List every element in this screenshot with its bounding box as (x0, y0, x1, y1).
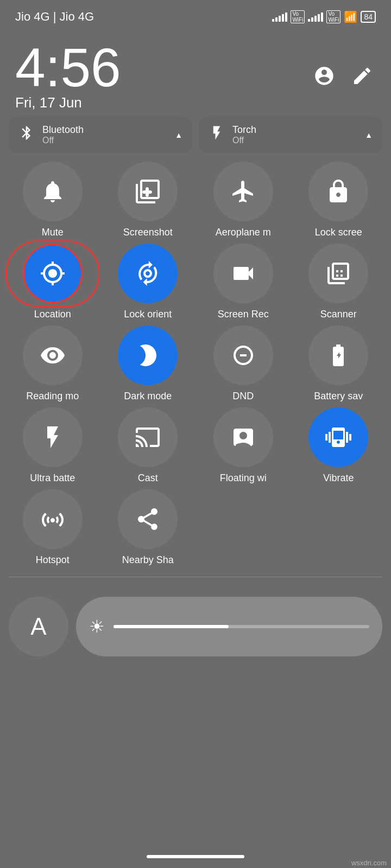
tile-screenshot[interactable]: Screenshot (104, 162, 192, 238)
location-label: Location (34, 309, 71, 320)
bluetooth-arrow: ▲ (175, 131, 182, 139)
status-icons: VoWiFi VoWiFi 📶 84 (272, 10, 376, 23)
vibrate-label: Vibrate (323, 473, 354, 484)
tile-readingmode[interactable]: Reading mo (9, 326, 97, 402)
screenrec-icon-circle (213, 244, 273, 303)
screenrec-label: Screen Rec (218, 309, 269, 320)
cast-icon-circle (118, 407, 178, 467)
aeroplane-icon-circle (213, 162, 273, 221)
tiles-row-3: Reading mo Dark mode DND Battery sav (0, 326, 391, 402)
signal-icon-1 (272, 12, 287, 22)
carrier-text: Jio 4G | Jio 4G (15, 10, 94, 24)
torch-icon (209, 125, 225, 145)
batterysav-icon-circle (308, 326, 368, 385)
tiles-row-5: Hotspot Nearby Sha (0, 489, 391, 566)
torch-info: Torch Off (232, 124, 357, 145)
mute-label: Mute (42, 227, 64, 238)
status-bar: Jio 4G | Jio 4G VoWiFi VoWiFi 📶 84 (0, 0, 391, 29)
nearbysha-label: Nearby Sha (122, 554, 174, 566)
brightness-fill (113, 625, 229, 628)
bluetooth-info: Bluetooth Off (42, 124, 167, 145)
ultrabatte-icon-circle (23, 407, 83, 467)
tile-floatingwi[interactable]: Floating wi (199, 407, 287, 484)
vibrate-icon-circle (308, 407, 368, 467)
vo-wifi-label-1: VoWiFi (291, 10, 305, 23)
tile-aeroplane[interactable]: Aeroplane m (199, 162, 287, 238)
mute-icon-circle (23, 162, 83, 221)
bottom-controls: A ☀ (0, 588, 391, 656)
watermark: wsxdn.com (351, 859, 387, 867)
wifi-icon: 📶 (344, 10, 357, 23)
floatingwi-icon-circle (213, 407, 273, 467)
lockscreen-icon-circle (308, 162, 368, 221)
nearbysha-icon-circle (118, 489, 178, 549)
dnd-icon-circle (213, 326, 273, 385)
hotspot-icon-circle (23, 489, 83, 549)
ultrabatte-label: Ultra batte (30, 473, 75, 484)
scanner-icon-circle (308, 244, 368, 303)
tile-cast[interactable]: Cast (104, 407, 192, 484)
lockorient-label: Lock orient (124, 309, 172, 320)
battery-level: 84 (364, 12, 373, 21)
bluetooth-tile[interactable]: Bluetooth Off ▲ (9, 117, 192, 153)
tiles-row-4: Ultra batte Cast Floating wi Vibrate (0, 407, 391, 484)
tile-hotspot[interactable]: Hotspot (9, 489, 97, 566)
screenshot-icon-circle (118, 162, 178, 221)
settings-icon[interactable] (311, 62, 338, 90)
batterysav-label: Battery sav (314, 391, 363, 402)
floatingwi-label: Floating wi (220, 473, 267, 484)
darkmode-icon-circle (118, 326, 178, 385)
readingmode-label: Reading mo (26, 391, 79, 402)
vo-wifi-label-2: VoWiFi (326, 10, 340, 23)
bluetooth-icon (18, 125, 35, 145)
clock-area: 4:56 Fri, 17 Jun (0, 29, 391, 117)
tile-vibrate[interactable]: Vibrate (295, 407, 383, 484)
tiles-row-1: Mute Screenshot Aeroplane m Lock scree (0, 162, 391, 238)
font-size-label: A (30, 613, 46, 640)
tile-nearbysha[interactable]: Nearby Sha (104, 489, 192, 566)
torch-tile[interactable]: Torch Off ▲ (199, 117, 382, 153)
aeroplane-label: Aeroplane m (216, 227, 271, 238)
tile-batterysav[interactable]: Battery sav (295, 326, 383, 402)
cast-label: Cast (138, 473, 158, 484)
location-icon-circle (23, 244, 83, 303)
lockorient-icon-circle (118, 244, 178, 303)
top-tiles-row: Bluetooth Off ▲ Torch Off ▲ (0, 117, 391, 153)
clock-action-icons (311, 62, 376, 90)
tile-scanner[interactable]: Scanner (295, 244, 383, 320)
tile-location[interactable]: Location (9, 244, 97, 320)
brightness-track[interactable] (113, 625, 369, 628)
edit-icon[interactable] (349, 62, 376, 90)
tile-dnd[interactable]: DND (199, 326, 287, 402)
tile-ultrabatte[interactable]: Ultra batte (9, 407, 97, 484)
darkmode-label: Dark mode (124, 391, 172, 402)
tile-mute[interactable]: Mute (9, 162, 97, 238)
hotspot-label: Hotspot (36, 554, 70, 566)
home-bar[interactable] (147, 855, 244, 858)
font-size-button[interactable]: A (9, 597, 68, 656)
tile-screenrec[interactable]: Screen Rec (199, 244, 287, 320)
dnd-label: DND (232, 391, 254, 402)
tile-lockorient[interactable]: Lock orient (104, 244, 192, 320)
torch-arrow: ▲ (365, 131, 373, 139)
lockscreen-label: Lock scree (315, 227, 362, 238)
scanner-label: Scanner (320, 309, 357, 320)
battery-indicator: 84 (361, 11, 376, 23)
readingmode-icon-circle (23, 326, 83, 385)
clock-time: 4:56 Fri, 17 Jun (15, 40, 121, 111)
tile-lockscreen[interactable]: Lock scree (295, 162, 383, 238)
section-divider (9, 577, 382, 577)
tile-darkmode[interactable]: Dark mode (104, 326, 192, 402)
tiles-row-2: Location Lock orient Screen Rec Scanner (0, 244, 391, 320)
brightness-icon: ☀ (89, 616, 105, 637)
brightness-control[interactable]: ☀ (76, 597, 382, 656)
screenshot-label: Screenshot (123, 227, 173, 238)
signal-icon-2 (308, 12, 323, 22)
